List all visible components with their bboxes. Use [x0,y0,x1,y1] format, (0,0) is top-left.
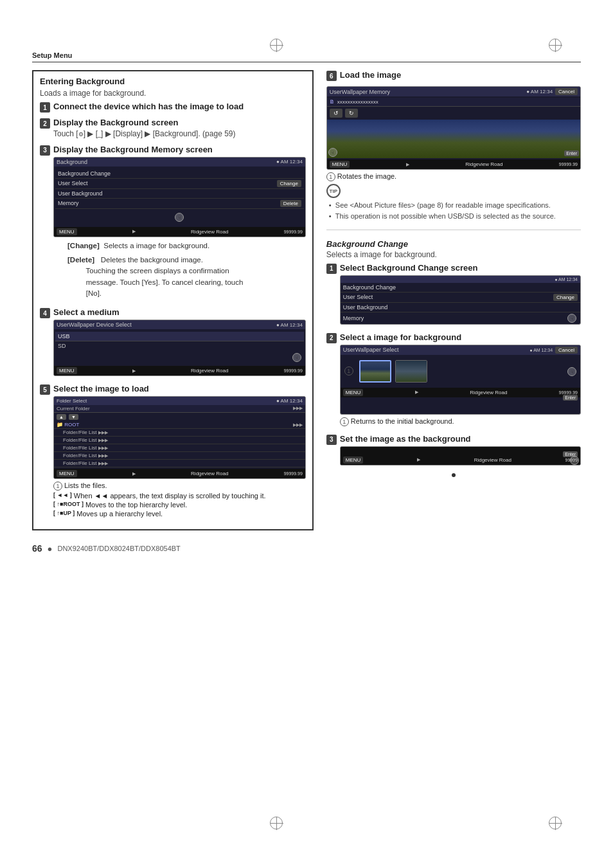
bc-s3-road: Ridgeview Road [474,457,511,463]
step-2: 2 Display the Background screen Touch [⚙… [40,118,306,140]
step-6-image-preview: Enter ☟ [327,120,580,158]
step-6-screen-header: UserWallpaper Memory ● AM 12:34 Cancel [327,87,580,96]
step-5-ann-4-text: Moves up a hierarchy level. [76,510,163,518]
bc-s2-road: Ridgeview Road [470,390,507,395]
bc-s1-header: ● AM 12:34 [341,276,580,283]
bc-s2-touch: ☟ [567,367,576,376]
step-6-screen-title: UserWallpaper Memory [330,89,390,95]
bg-change-title: Background Change [326,239,581,249]
bc-s2-menu-btn[interactable]: MENU [343,389,364,396]
step-5-annotations: 1 Lists the files. [ ◄◄ ] When ◄◄ appear… [53,482,306,518]
step-3-mileage: 99999.99 [284,230,303,234]
step-3-touch-icon: ☟ [175,213,184,222]
step-4-screen: UserWallpaper Device Select ● AM 12:34 U… [53,320,306,376]
bc-s2-thumb-0[interactable] [359,360,391,383]
bc-step-3-title: Set the image as the background [340,434,581,444]
step-5-screen: Folder Select ● AM 12:34 Current Folder … [53,396,306,479]
section-divider [326,230,581,230]
step-3-road: Ridgeview Road [191,229,228,235]
step-6-ann-1: 1 Rotates the image. [326,172,581,181]
bc-s1-change-btn[interactable]: Change [553,294,578,301]
step-3-delete-btn[interactable]: Delete [280,200,301,207]
step-1-title: Connect the device which has the image t… [53,102,306,111]
step-6-enter-btn[interactable]: Enter [564,150,579,156]
step-5-folder-0[interactable]: Folder/File List ▶▶▶ [54,429,305,437]
step-2-content: Display the Background screen Touch [⚙] … [53,118,306,140]
bc-step-2-screen: UserWallpaper Select ● AM 12:34 Cancel 1 [340,345,581,415]
left-column: Entering Background Loads a image for ba… [32,70,314,554]
bg-change-subtitle: Selects a image for background. [326,250,581,259]
step-4-screen-footer: MENU ▶ Ridgeview Road 99999.99 [54,366,305,375]
step-5-ann-2-text: When ◄◄ appears, the text display is scr… [74,492,266,500]
bc-s2-title: UserWallpaper Select [343,347,399,353]
right-column: 6 Load the image UserWallpaper Memory ● … [326,70,581,554]
step-5-ann-3-text: Moves to the top hierarchy level. [85,501,187,509]
bc-step-3: 3 Set the image as the background MENU ▶… [326,434,581,468]
step-6-cancel-btn[interactable]: Cancel [555,88,578,95]
step-3-content: Display the Background Memory screen Bac… [53,145,306,302]
bc-s2-header: UserWallpaper Select ● AM 12:34 Cancel [341,345,580,355]
bc-s2-thumb-1[interactable] [395,360,427,383]
bc-s1-touch: ☟ [567,314,576,323]
bc-s2-enter-btn[interactable]: Enter [563,395,578,401]
step-4-usb-row[interactable]: USB [55,332,304,341]
step-6-rotate-left-btn[interactable]: ↺ [330,109,342,118]
step-4-touch-area: ☟ [55,350,304,363]
bc-step-1: 1 Select Background Change screen ● AM 1… [326,263,581,327]
bc-step-1-screen: ● AM 12:34 Background Change User Select… [340,275,581,325]
step-4-mileage: 99999.99 [284,368,303,373]
reg-mark-tl [270,39,283,51]
step-6-notes: See <About Picture files> (page 8) for r… [329,201,581,222]
step-3: 3 Display the Background Memory screen B… [40,145,306,302]
bc-s3-touch-area: ☟ [570,455,579,465]
step-6-menu-btn[interactable]: MENU [330,161,350,168]
step-6-title: Load the image [340,70,581,80]
step-6-enter-area: Enter [564,147,579,157]
step-5-num: 5 [40,384,50,395]
step-3-touch-area: ☟ [55,209,304,224]
step-3-row-3: Memory Delete [55,199,304,209]
bc-s1-row-1: User Select Change [341,293,580,303]
step-5-root-row: 📁 ROOT ▶▶▶ [54,421,305,429]
entering-background-title: Entering Background [40,77,306,86]
step-4-content: Select a medium UserWallpaper Device Sel… [53,307,306,379]
bc-step-2-title: Select a image for background [340,332,581,342]
bc-step-2-num: 2 [326,333,337,343]
step-4-screen-clock: ● AM 12:34 [276,322,303,328]
step-5-folder-4[interactable]: Folder/File List ▶▶▶ [54,460,305,467]
step-3-menu-btn[interactable]: MENU [57,228,77,235]
step-1-num: 1 [40,102,50,113]
bc-s3-menu-btn[interactable]: MENU [343,457,364,464]
step-5-ann-3: [ ↑■ROOT ] Moves to the top hierarchy le… [53,501,306,509]
page-model: DNX9240BT/DDX8024BT/DDX8054BT [57,545,180,552]
step-5-content: Select the image to load Folder Select ●… [53,384,306,519]
step-6-rotate-right-btn[interactable]: ↻ [345,109,358,118]
step-3-info-change: [Change] Selects a image for background. [67,240,306,251]
step-6-mileage: 99999.99 [559,162,578,167]
step-5-folder-3[interactable]: Folder/File List ▶▶▶ [54,452,305,460]
step-5-ann-4: [ ↑■UP ] Moves up a hierarchy level. [53,510,306,518]
step-4-sd-row[interactable]: SD [55,341,304,350]
step-4-title: Select a medium [53,307,306,317]
bc-s2-cancel-btn[interactable]: Cancel [555,347,578,354]
step-5-folder-2[interactable]: Folder/File List ▶▶▶ [54,444,305,452]
step-3-screen: Background ● AM 12:34 Background Change … [53,157,306,237]
step-5-folder-1[interactable]: Folder/File List ▶▶▶ [54,437,305,444]
step-5-down-btn[interactable]: ▼ [69,414,78,420]
step-5-footer: MENU ▶ Ridgeview Road 99999.99 [54,469,305,478]
bc-step-1-content: Select Background Change screen ● AM 12:… [340,263,581,327]
step-5-up-btn[interactable]: ▲ [57,414,66,420]
step-5-ann-1: 1 Lists the files. [53,482,306,491]
step-3-row-0: Background Change [55,169,304,179]
step-4-menu-btn[interactable]: MENU [57,367,77,374]
step-5-current-folder-row: Current Folder ▶▶▶ [54,405,305,413]
step-3-num: 3 [40,145,50,156]
step-5-current-label: Current Folder [57,406,90,411]
bc-s2-enter-btn-wrap: Enter [563,392,578,401]
step-5-menu-btn[interactable]: MENU [57,470,77,477]
step-3-change-btn[interactable]: Change [277,180,301,187]
page-number: 66 [32,543,42,554]
page-number-row: 66 ● DNX9240BT/DDX8024BT/DDX8054BT [32,543,314,554]
bc-s2-thumbnails: 1 ☟ [341,356,580,386]
step-5-nav-row: ▲ ▼ [54,413,305,421]
